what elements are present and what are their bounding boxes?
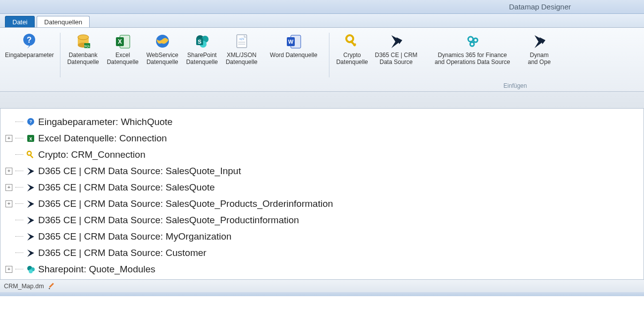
- spacer-strip: [0, 92, 644, 109]
- key-icon: [344, 33, 361, 50]
- dynamics-icon: [26, 199, 35, 208]
- tree-label: D365 CE | CRM Data Source: SalesQuote_Pr…: [38, 198, 333, 209]
- dynamics-icon: [26, 232, 35, 241]
- dynamics-icon: [26, 167, 35, 176]
- gears-icon: [464, 33, 481, 50]
- dynamics-icon: [26, 249, 35, 257]
- ribbon-btn-word[interactable]: Word Datenquelle: [262, 31, 326, 59]
- xml-page-icon: [233, 33, 250, 50]
- ribbon-label: XML/JSON Datenquelle: [226, 52, 258, 65]
- ribbon-label: Datenbank Datenquelle: [67, 52, 99, 65]
- question-bubble-icon: [26, 118, 35, 126]
- ribbon-label: Excel Datenquelle: [107, 52, 139, 65]
- tree-line: [15, 203, 23, 204]
- tree-line: [15, 269, 23, 269]
- tree-expander-none: [5, 119, 12, 126]
- tab-datenquellen[interactable]: Datenquellen: [37, 16, 90, 27]
- ribbon-label: Dynam and Ope: [528, 52, 551, 65]
- tree-expander-plus[interactable]: +: [5, 168, 12, 175]
- ribbon-btn-d365ce[interactable]: D365 CE | CRM Data Source: [372, 31, 421, 65]
- globe-icon: [154, 33, 171, 50]
- ribbon-btn-eingabeparameter[interactable]: Eingabeparameter: [2, 31, 57, 59]
- dynamics-icon: [531, 33, 548, 50]
- app-title: Datamap Designer: [73, 2, 571, 11]
- tree-expander-plus[interactable]: +: [5, 135, 12, 142]
- excel-icon: [26, 134, 35, 143]
- tree-label: Excel Datenquelle: Connection: [38, 133, 167, 144]
- ribbon-buttons: Eingabeparameter Datenbank Datenquelle E…: [0, 28, 644, 82]
- dynamics-icon: [26, 183, 35, 192]
- database-icon: [75, 33, 92, 50]
- tab-label: Datenquellen: [44, 18, 82, 26]
- excel-icon: [114, 33, 131, 50]
- tree-expander-none: [5, 217, 12, 224]
- ribbon-label: Crypto Datenquelle: [336, 52, 368, 65]
- tree-line: [15, 252, 23, 253]
- tree-row[interactable]: + D365 CE | CRM Data Source: SalesQuote_…: [5, 163, 641, 179]
- question-bubble-icon: [21, 33, 38, 50]
- tree-line: [15, 138, 23, 138]
- ribbon-group-caption: Einfügen: [0, 82, 644, 91]
- sharepoint-icon: [194, 33, 211, 50]
- ribbon-btn-d365fo[interactable]: Dynamics 365 for Finance and Operations …: [421, 31, 525, 65]
- ribbon-label: D365 CE | CRM Data Source: [375, 52, 418, 65]
- tree-line: [15, 220, 23, 220]
- tree-label: D365 CE | CRM Data Source: Customer: [38, 248, 207, 258]
- tree-label: D365 CE | CRM Data Source: MyOrganizatio…: [38, 231, 231, 242]
- ribbon-btn-excel[interactable]: Excel Datenquelle: [103, 31, 143, 65]
- tree-line: [15, 236, 23, 237]
- title-bar: Datamap Designer: [0, 0, 644, 14]
- ribbon: Eingabeparameter Datenbank Datenquelle E…: [0, 28, 644, 92]
- tree-row[interactable]: + D365 CE | CRM Data Source: SalesQuote_…: [5, 195, 641, 212]
- tree-expander-none: [5, 233, 12, 240]
- tree-row[interactable]: D365 CE | CRM Data Source: Customer: [5, 245, 641, 261]
- ribbon-label: Dynamics 365 for Finance and Operations …: [435, 52, 510, 65]
- word-icon: [285, 33, 302, 50]
- tree-label: Sharepoint: Quote_Modules: [38, 264, 156, 275]
- tree-expander-plus[interactable]: +: [5, 266, 12, 273]
- sharepoint-icon: [26, 265, 35, 274]
- ribbon-btn-sharepoint[interactable]: SharePoint Datenquelle: [182, 31, 222, 65]
- window-bottom-edge: [0, 292, 644, 296]
- ribbon-separator: [329, 33, 329, 77]
- ribbon-separator: [60, 33, 60, 77]
- tree-row[interactable]: + Excel Datenquelle: Connection: [5, 130, 641, 146]
- ribbon-btn-datenbank[interactable]: Datenbank Datenquelle: [63, 31, 103, 65]
- tree-expander-none: [5, 151, 12, 158]
- ribbon-btn-xmljson[interactable]: XML/JSON Datenquelle: [222, 31, 262, 65]
- tree-label: D365 CE | CRM Data Source: SalesQuote_In…: [38, 166, 241, 177]
- tree-label: D365 CE | CRM Data Source: SalesQuote: [38, 182, 215, 193]
- tree-row[interactable]: Crypto: CRM_Connection: [5, 146, 641, 163]
- ribbon-label: Word Datenquelle: [270, 52, 318, 59]
- ribbon-label: SharePoint Datenquelle: [186, 52, 218, 65]
- ribbon-label: Eingabeparameter: [5, 52, 54, 59]
- ribbon-label: WebService Datenquelle: [146, 52, 178, 65]
- tabs-row: Datei Datenquellen: [0, 14, 644, 28]
- tree-row[interactable]: D365 CE | CRM Data Source: SalesQuote_Pr…: [5, 212, 641, 228]
- tree-expander-none: [5, 250, 12, 256]
- tree-expander-plus[interactable]: +: [5, 200, 12, 207]
- tree-expander-plus[interactable]: +: [5, 184, 12, 191]
- dynamics-icon: [388, 33, 405, 50]
- ribbon-btn-truncated[interactable]: Dynam and Ope: [525, 31, 554, 65]
- tree-line: [15, 122, 23, 122]
- ribbon-btn-crypto[interactable]: Crypto Datenquelle: [332, 31, 372, 65]
- dynamics-icon: [26, 216, 35, 225]
- tree-row[interactable]: D365 CE | CRM Data Source: MyOrganizatio…: [5, 228, 641, 245]
- ribbon-btn-webservice[interactable]: WebService Datenquelle: [143, 31, 182, 65]
- tab-datei[interactable]: Datei: [5, 16, 35, 27]
- tree-panel: Eingabeparameter: WhichQuote + Excel Dat…: [0, 109, 644, 279]
- tree-line: [15, 154, 23, 155]
- tree-row[interactable]: + Sharepoint: Quote_Modules: [5, 261, 641, 277]
- tree-row[interactable]: + D365 CE | CRM Data Source: SalesQuote: [5, 179, 641, 195]
- tab-label: Datei: [12, 18, 27, 26]
- key-icon: [26, 150, 35, 159]
- tree-label: Crypto: CRM_Connection: [38, 149, 145, 160]
- tree-label: Eingabeparameter: WhichQuote: [38, 117, 172, 127]
- document-filename: CRM_Map.dm: [4, 283, 44, 290]
- document-tab[interactable]: CRM_Map.dm: [4, 283, 44, 290]
- pencil-icon: [48, 283, 55, 290]
- tree-line: [15, 171, 23, 171]
- footer-tab-bar: CRM_Map.dm: [0, 279, 644, 292]
- tree-row[interactable]: Eingabeparameter: WhichQuote: [5, 114, 641, 130]
